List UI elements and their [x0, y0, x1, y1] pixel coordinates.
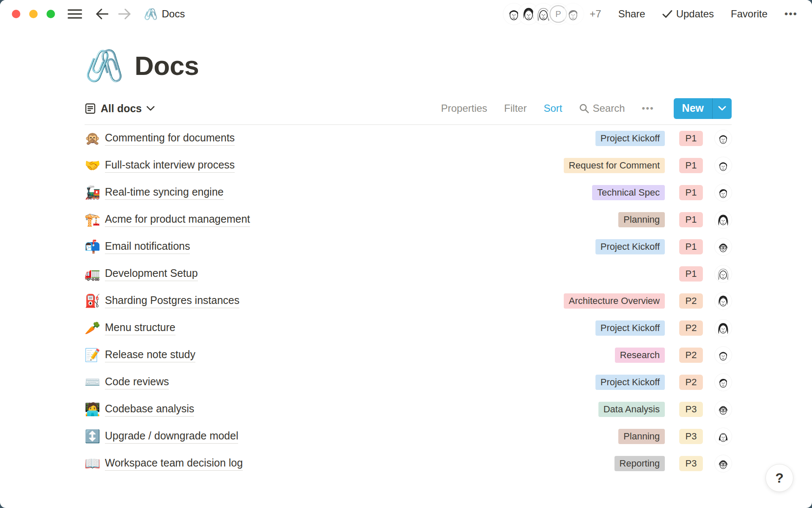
sidebar-menu-icon[interactable]	[66, 7, 84, 21]
doc-owner-avatar[interactable]	[715, 184, 732, 201]
view-selector[interactable]: All docs	[85, 102, 155, 115]
doc-priority-badge[interactable]: P2	[679, 320, 703, 336]
view-more-icon[interactable]: •••	[642, 103, 654, 114]
sort-button[interactable]: Sort	[543, 102, 562, 114]
doc-tag[interactable]: Architecture Overview	[564, 293, 665, 309]
doc-row[interactable]: 📝 Release note study Research P2	[85, 342, 732, 369]
doc-row[interactable]: ⛽ Sharding Postgres instances Architectu…	[85, 287, 732, 315]
doc-priority-badge[interactable]: P1	[679, 239, 703, 254]
doc-row[interactable]: 🤝 Full-stack interview process Request f…	[85, 152, 732, 179]
doc-owner-avatar[interactable]	[715, 130, 732, 147]
doc-row[interactable]: 🥕 Menu structure Project Kickoff P2	[85, 315, 732, 342]
filter-button[interactable]: Filter	[504, 102, 527, 114]
doc-owner-avatar[interactable]	[715, 455, 732, 472]
help-button[interactable]: ?	[765, 464, 793, 492]
doc-owner-avatar[interactable]	[715, 374, 732, 391]
doc-title-link[interactable]: Upgrade / downgrade model	[105, 430, 238, 444]
doc-title-link[interactable]: Acme for product management	[105, 213, 250, 227]
doc-tag[interactable]: Reporting	[614, 456, 665, 471]
favorite-button[interactable]: Favorite	[731, 8, 768, 20]
doc-owner-avatar[interactable]	[715, 401, 732, 418]
page-paperclip-icon[interactable]: 🖇️	[85, 50, 123, 81]
doc-emoji-icon: 🙊	[85, 132, 105, 145]
doc-owner-avatar[interactable]	[715, 428, 732, 445]
doc-tag[interactable]: Project Kickoff	[595, 320, 665, 336]
doc-title-link[interactable]: Email notifications	[105, 240, 190, 254]
doc-emoji-icon: ↕️	[85, 430, 105, 443]
doc-title-link[interactable]: Release note study	[105, 348, 195, 362]
doc-priority-badge[interactable]: P2	[679, 348, 703, 363]
updates-button[interactable]: Updates	[662, 8, 714, 20]
doc-title-link[interactable]: Development Setup	[105, 267, 198, 281]
doc-tag[interactable]: Project Kickoff	[595, 131, 665, 146]
doc-emoji-icon: ⛽	[85, 295, 105, 307]
doc-owner-avatar[interactable]	[715, 347, 732, 364]
new-doc-dropdown-button[interactable]	[712, 98, 732, 119]
doc-tag[interactable]: Planning	[618, 429, 665, 444]
back-icon[interactable]	[94, 7, 110, 21]
doc-tag[interactable]: Planning	[618, 212, 665, 227]
doc-title-link[interactable]: Code reviews	[105, 375, 169, 389]
search-button[interactable]: Search	[579, 102, 625, 114]
svg-text:P: P	[556, 9, 561, 19]
doc-row[interactable]: 🏗️ Acme for product management Planning …	[85, 206, 732, 233]
doc-owner-avatar[interactable]	[715, 238, 732, 255]
doc-row[interactable]: 🚂 Real-time syncing engine Technical Spe…	[85, 179, 732, 206]
doc-priority-badge[interactable]: P2	[679, 375, 703, 390]
doc-owner-avatar[interactable]	[715, 211, 732, 228]
doc-priority-badge[interactable]: P1	[679, 185, 703, 200]
fullscreen-window-button[interactable]	[47, 10, 55, 18]
doc-tag[interactable]: Request for Comment	[564, 158, 665, 173]
breadcrumb[interactable]: 🖇️ Docs	[144, 8, 185, 20]
doc-title-link[interactable]: Full-stack interview process	[105, 159, 235, 173]
doc-tag[interactable]: Research	[615, 348, 665, 363]
doc-tag[interactable]: Technical Spec	[592, 185, 665, 200]
doc-title-link[interactable]: Menu structure	[105, 321, 176, 335]
doc-tag[interactable]: Project Kickoff	[595, 239, 665, 254]
more-options-icon[interactable]: •••	[783, 6, 799, 22]
doc-title-link[interactable]: Workspace team decision log	[105, 457, 243, 471]
doc-list: 🙊 Commenting for documents Project Kicko…	[85, 125, 732, 477]
share-button[interactable]: Share	[618, 8, 645, 20]
doc-priority-badge[interactable]: P1	[679, 266, 703, 282]
favorite-label: Favorite	[731, 8, 768, 20]
doc-row[interactable]: 🧑‍💻 Codebase analysis Data Analysis P3	[85, 396, 732, 423]
doc-row[interactable]: ⌨️ Code reviews Project Kickoff P2	[85, 369, 732, 396]
doc-priority-badge[interactable]: P2	[679, 293, 703, 309]
doc-tag[interactable]: Project Kickoff	[595, 375, 665, 390]
close-window-button[interactable]	[12, 10, 20, 18]
doc-row[interactable]: 🙊 Commenting for documents Project Kicko…	[85, 125, 732, 152]
doc-title-link[interactable]: Codebase analysis	[105, 403, 194, 417]
window-topbar: 🖇️ Docs P +7 Share Updates Favorite •••	[0, 0, 812, 28]
doc-owner-avatar[interactable]	[715, 157, 732, 174]
new-doc-button[interactable]: New	[674, 98, 712, 119]
collaborator-facepile[interactable]: P	[503, 3, 584, 25]
doc-priority-badge[interactable]: P1	[679, 212, 703, 227]
doc-title-link[interactable]: Sharding Postgres instances	[105, 294, 239, 308]
doc-row[interactable]: ↕️ Upgrade / downgrade model Planning P3	[85, 423, 732, 450]
doc-owner-avatar[interactable]	[715, 320, 732, 337]
doc-priority-badge[interactable]: P3	[679, 456, 703, 471]
doc-priority-badge[interactable]: P1	[679, 131, 703, 146]
page-header: 🖇️ Docs	[85, 50, 732, 81]
doc-title-link[interactable]: Real-time syncing engine	[105, 186, 224, 200]
minimize-window-button[interactable]	[29, 10, 38, 18]
forward-icon[interactable]	[117, 7, 133, 21]
doc-title-link[interactable]: Commenting for documents	[105, 132, 235, 146]
view-label: All docs	[101, 102, 142, 115]
page-title[interactable]: Docs	[134, 50, 199, 81]
doc-row[interactable]: 📬 Email notifications Project Kickoff P1	[85, 233, 732, 260]
doc-owner-avatar[interactable]	[715, 293, 732, 309]
doc-emoji-icon: 📝	[85, 349, 105, 362]
doc-emoji-icon: 📖	[85, 457, 105, 470]
collaborator-avatar[interactable]	[562, 3, 584, 25]
doc-priority-badge[interactable]: P3	[679, 429, 703, 444]
doc-row[interactable]: 🚛 Development Setup P1	[85, 260, 732, 287]
properties-button[interactable]: Properties	[441, 102, 487, 114]
doc-emoji-icon: 🤝	[85, 159, 105, 172]
doc-tag[interactable]: Data Analysis	[598, 402, 665, 417]
doc-priority-badge[interactable]: P1	[679, 158, 703, 173]
doc-row[interactable]: 📖 Workspace team decision log Reporting …	[85, 450, 732, 477]
doc-owner-avatar[interactable]	[715, 265, 732, 282]
doc-priority-badge[interactable]: P3	[679, 402, 703, 417]
